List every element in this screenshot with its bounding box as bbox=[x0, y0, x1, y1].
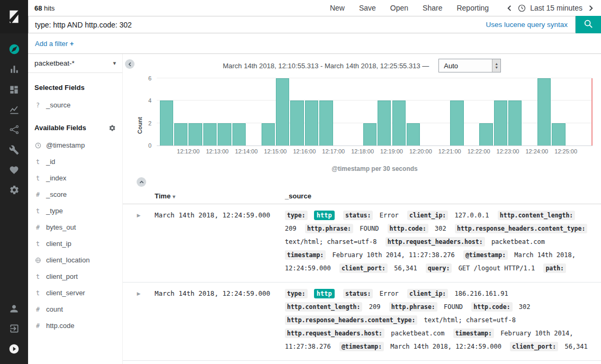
nav-machine-learning[interactable] bbox=[0, 121, 28, 141]
field-label: client_port bbox=[46, 272, 78, 280]
histogram-bar[interactable] bbox=[232, 123, 246, 145]
interval-value: Auto bbox=[444, 62, 458, 70]
select-arrows-icon: ▲▼ bbox=[492, 59, 500, 72]
field-item-client_location[interactable]: client_location bbox=[28, 252, 122, 268]
nav-dev-tools[interactable] bbox=[0, 141, 28, 161]
nav-management[interactable] bbox=[0, 181, 28, 201]
nav-discover[interactable] bbox=[0, 40, 28, 60]
search-input[interactable] bbox=[29, 21, 486, 29]
field-item-bytes_out[interactable]: #bytes_out bbox=[28, 219, 122, 235]
histogram-bar[interactable] bbox=[218, 123, 231, 145]
field-item-_id[interactable]: t_id bbox=[28, 153, 122, 170]
time-range-end-marker bbox=[591, 78, 593, 145]
interval-select[interactable]: Auto ▲▼ bbox=[438, 59, 501, 72]
histogram-bar[interactable] bbox=[392, 101, 406, 145]
field-item-client_server[interactable]: tclient_server bbox=[28, 285, 122, 301]
field-item-_source[interactable]: ? _source bbox=[28, 97, 122, 113]
search-button[interactable] bbox=[576, 16, 601, 33]
number-type-icon: # bbox=[34, 306, 41, 313]
expand-caret[interactable]: ▶ bbox=[123, 287, 155, 355]
field-item-client_port[interactable]: tclient_port bbox=[28, 268, 122, 285]
index-pattern-selector[interactable]: packetbeat-* ▾ bbox=[28, 54, 122, 73]
nav-logout[interactable] bbox=[0, 320, 28, 340]
string-type-icon: t bbox=[34, 207, 41, 215]
lucene-syntax-link[interactable]: Uses lucene query syntax bbox=[486, 21, 568, 29]
histogram-bar[interactable] bbox=[203, 123, 217, 145]
chart-header: March 14th 2018, 12:10:55.313 - March 14… bbox=[123, 54, 601, 77]
histogram-bar[interactable] bbox=[552, 123, 565, 145]
x-tick-label: 12:19:00 bbox=[380, 148, 403, 154]
field-item-client_ip[interactable]: tclient_ip bbox=[28, 235, 122, 252]
collapse-fields-panel-button[interactable] bbox=[125, 59, 134, 69]
histogram-bar[interactable] bbox=[319, 101, 333, 145]
field-item-@timestamp[interactable]: @timestamp bbox=[28, 137, 122, 153]
expand-caret[interactable]: ▶ bbox=[123, 209, 155, 277]
histogram-bar[interactable] bbox=[305, 101, 318, 145]
menu-item-reporting[interactable]: Reporting bbox=[456, 4, 489, 12]
kibana-logo[interactable] bbox=[0, 0, 28, 33]
collapse-chart-button[interactable] bbox=[137, 177, 146, 187]
histogram-bar[interactable] bbox=[407, 123, 420, 145]
field-label: _source bbox=[46, 101, 70, 109]
histogram-bar[interactable] bbox=[479, 123, 492, 145]
nav-timelion[interactable] bbox=[0, 101, 28, 121]
field-label: client_server bbox=[46, 289, 85, 297]
y-tick-label: 2 bbox=[148, 120, 151, 126]
menu-item-share[interactable]: Share bbox=[423, 4, 442, 12]
histogram-bar[interactable] bbox=[276, 78, 289, 145]
time-forward-chevron-icon[interactable] bbox=[587, 4, 595, 12]
histogram-bar[interactable] bbox=[363, 123, 376, 145]
x-tick-label: 12:23:00 bbox=[497, 148, 519, 154]
menu-item-save[interactable]: Save bbox=[359, 4, 376, 12]
field-item-_index[interactable]: t_index bbox=[28, 170, 122, 186]
add-filter-label: Add a filter bbox=[35, 40, 68, 48]
nav-docs[interactable] bbox=[0, 340, 28, 360]
x-tick-label: 12:18:00 bbox=[351, 148, 374, 154]
field-item-count[interactable]: #count bbox=[28, 301, 122, 317]
field-label: client_ip bbox=[46, 240, 71, 248]
histogram-bar[interactable] bbox=[537, 78, 551, 145]
menu-item-open[interactable]: Open bbox=[390, 4, 408, 12]
nav-visualize[interactable] bbox=[0, 60, 28, 80]
top-menu: NewSaveOpenShareReporting bbox=[330, 4, 489, 12]
histogram-bar[interactable] bbox=[189, 123, 202, 145]
time-column-header[interactable]: Time▾ bbox=[155, 192, 285, 200]
histogram-bar[interactable] bbox=[262, 123, 275, 145]
field-item-http.code[interactable]: #http.code bbox=[28, 317, 122, 334]
time-picker[interactable]: Last 15 minutes bbox=[506, 4, 597, 12]
x-tick-label: 12:13:00 bbox=[206, 148, 229, 154]
nav-monitoring[interactable] bbox=[0, 161, 28, 181]
nav-account[interactable] bbox=[0, 299, 28, 320]
menu-item-new[interactable]: New bbox=[330, 4, 345, 12]
field-name-badge: http.content_length: bbox=[285, 302, 362, 312]
field-item-_type[interactable]: t_type bbox=[28, 203, 122, 219]
field-value: GET /logout HTTP/1.1 bbox=[459, 265, 535, 272]
histogram-bar[interactable] bbox=[450, 101, 463, 145]
field-item-_score[interactable]: #_score bbox=[28, 186, 122, 203]
histogram-bar[interactable] bbox=[174, 123, 187, 145]
time-range-title: March 14th 2018, 12:10:55.313 - March 14… bbox=[223, 62, 429, 70]
kibana-logo-icon bbox=[7, 10, 21, 24]
histogram-bar[interactable] bbox=[290, 101, 303, 145]
add-filter-link[interactable]: Add a filter + bbox=[35, 40, 74, 48]
field-value: FOUND bbox=[360, 225, 379, 232]
string-type-icon: t bbox=[34, 175, 41, 182]
nav-dashboard[interactable] bbox=[0, 80, 28, 101]
field-name-badge: http.phrase: bbox=[389, 302, 437, 312]
sort-desc-icon: ▾ bbox=[173, 194, 175, 199]
time-picker-label[interactable]: Last 15 minutes bbox=[530, 4, 582, 12]
histogram-bar[interactable] bbox=[494, 101, 507, 145]
histogram-bar[interactable] bbox=[508, 101, 522, 145]
histogram-bar[interactable] bbox=[378, 101, 391, 145]
field-label: bytes_out bbox=[46, 223, 76, 231]
doc-table-body: ▶March 14th 2018, 12:24:59.000type: http… bbox=[123, 204, 601, 364]
gridline bbox=[157, 78, 593, 78]
y-tick-label: 4 bbox=[148, 97, 151, 104]
chevron-down-icon: ▾ bbox=[113, 60, 116, 67]
time-back-chevron-icon[interactable] bbox=[506, 4, 514, 12]
string-type-icon: t bbox=[34, 240, 41, 248]
field-label: _index bbox=[46, 174, 66, 182]
field-value: March 14th 2018, 12:24:59.000 bbox=[390, 343, 501, 350]
histogram-bar[interactable] bbox=[160, 101, 173, 145]
fields-settings-gear-icon[interactable] bbox=[109, 124, 116, 132]
